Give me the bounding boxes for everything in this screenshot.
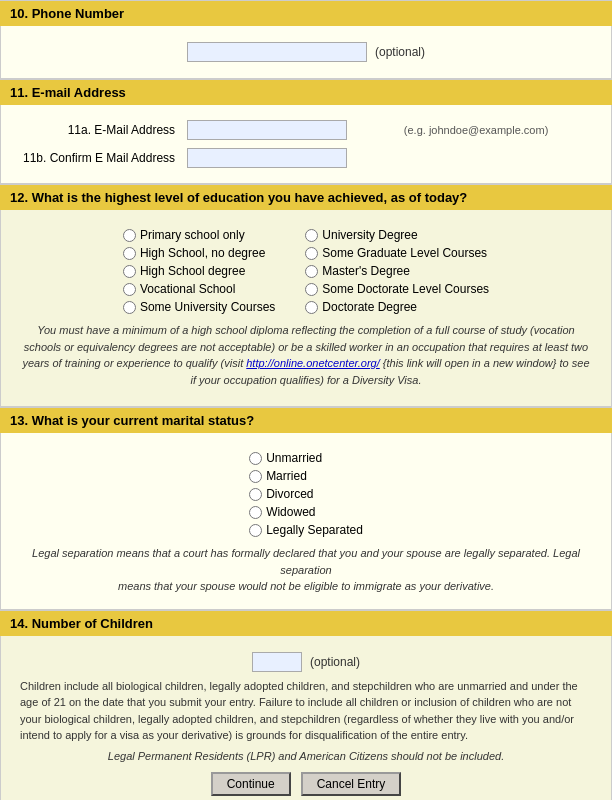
- confirm-email-input[interactable]: [187, 148, 347, 168]
- edu-option-3[interactable]: Vocational School: [123, 282, 275, 296]
- edu-option-9[interactable]: Doctorate Degree: [305, 300, 489, 314]
- email-label-a: 11a. E-Mail Address: [68, 123, 175, 137]
- edu-radio-2[interactable]: [123, 265, 136, 278]
- children-count-input[interactable]: [252, 652, 302, 672]
- section-11-body: 11a. E-Mail Address (e.g. johndoe@exampl…: [0, 105, 612, 184]
- edu-radio-4[interactable]: [123, 301, 136, 314]
- marital-label-4: Legally Separated: [266, 523, 363, 537]
- email-address-input[interactable]: [187, 120, 347, 140]
- edu-option-8[interactable]: Some Doctorate Level Courses: [305, 282, 489, 296]
- marital-option-2[interactable]: Divorced: [249, 487, 313, 501]
- phone-number-input[interactable]: [187, 42, 367, 62]
- edu-label-5: University Degree: [322, 228, 417, 242]
- lpr-notice: Legal Permanent Residents (LPR) and Amer…: [20, 750, 592, 762]
- edu-option-2[interactable]: High School degree: [123, 264, 275, 278]
- section-10-body: (optional): [0, 26, 612, 79]
- education-options-left: Primary school only High School, no degr…: [123, 228, 275, 314]
- section-12-header: 12. What is the highest level of educati…: [0, 184, 612, 210]
- marital-radio-4[interactable]: [249, 524, 262, 537]
- edu-radio-3[interactable]: [123, 283, 136, 296]
- marital-label-1: Married: [266, 469, 307, 483]
- marital-radio-3[interactable]: [249, 506, 262, 519]
- cancel-button[interactable]: Cancel Entry: [301, 772, 402, 796]
- edu-option-5[interactable]: University Degree: [305, 228, 489, 242]
- edu-radio-8[interactable]: [305, 283, 318, 296]
- edu-label-1: High School, no degree: [140, 246, 265, 260]
- section-13-header: 13. What is your current marital status?: [0, 407, 612, 433]
- edu-option-0[interactable]: Primary school only: [123, 228, 275, 242]
- edu-radio-7[interactable]: [305, 265, 318, 278]
- edu-radio-0[interactable]: [123, 229, 136, 242]
- section-14-header: 14. Number of Children: [0, 610, 612, 636]
- marital-label-0: Unmarried: [266, 451, 322, 465]
- edu-option-7[interactable]: Master's Degree: [305, 264, 489, 278]
- education-options-right: University Degree Some Graduate Level Co…: [305, 228, 489, 314]
- edu-radio-5[interactable]: [305, 229, 318, 242]
- continue-button[interactable]: Continue: [211, 772, 291, 796]
- marital-option-4[interactable]: Legally Separated: [249, 523, 363, 537]
- edu-radio-1[interactable]: [123, 247, 136, 260]
- marital-label-2: Divorced: [266, 487, 313, 501]
- marital-option-3[interactable]: Widowed: [249, 505, 315, 519]
- edu-option-6[interactable]: Some Graduate Level Courses: [305, 246, 489, 260]
- edu-label-6: Some Graduate Level Courses: [322, 246, 487, 260]
- section-11-header: 11. E-mail Address: [0, 79, 612, 105]
- phone-optional-label: (optional): [375, 45, 425, 59]
- email-hint: (e.g. johndoe@example.com): [404, 124, 548, 136]
- edu-label-7: Master's Degree: [322, 264, 410, 278]
- edu-label-4: Some University Courses: [140, 300, 275, 314]
- children-optional-label: (optional): [310, 655, 360, 669]
- legal-separation-notice: Legal separation means that a court has …: [26, 545, 586, 595]
- marital-option-1[interactable]: Married: [249, 469, 307, 483]
- edu-option-4[interactable]: Some University Courses: [123, 300, 275, 314]
- section-14-body: (optional) Children include all biologic…: [0, 636, 612, 801]
- section-13-body: Unmarried Married Divorced Widowed Legal…: [0, 433, 612, 610]
- marital-radio-2[interactable]: [249, 488, 262, 501]
- marital-option-0[interactable]: Unmarried: [249, 451, 322, 465]
- edu-label-9: Doctorate Degree: [322, 300, 417, 314]
- education-notice: You must have a minimum of a high school…: [20, 322, 592, 388]
- edu-label-0: Primary school only: [140, 228, 245, 242]
- marital-radio-1[interactable]: [249, 470, 262, 483]
- confirm-email-label: 11b. Confirm E Mail Address: [23, 151, 175, 165]
- marital-radio-0[interactable]: [249, 452, 262, 465]
- section-10-header: 10. Phone Number: [0, 0, 612, 26]
- edu-radio-9[interactable]: [305, 301, 318, 314]
- edu-label-3: Vocational School: [140, 282, 235, 296]
- edu-label-8: Some Doctorate Level Courses: [322, 282, 489, 296]
- edu-option-1[interactable]: High School, no degree: [123, 246, 275, 260]
- section-12-body: Primary school only High School, no degr…: [0, 210, 612, 407]
- edu-radio-6[interactable]: [305, 247, 318, 260]
- edu-label-2: High School degree: [140, 264, 245, 278]
- marital-label-3: Widowed: [266, 505, 315, 519]
- onet-link[interactable]: http://online.onetcenter.org/: [246, 357, 380, 369]
- children-notice: Children include all biological children…: [20, 678, 592, 744]
